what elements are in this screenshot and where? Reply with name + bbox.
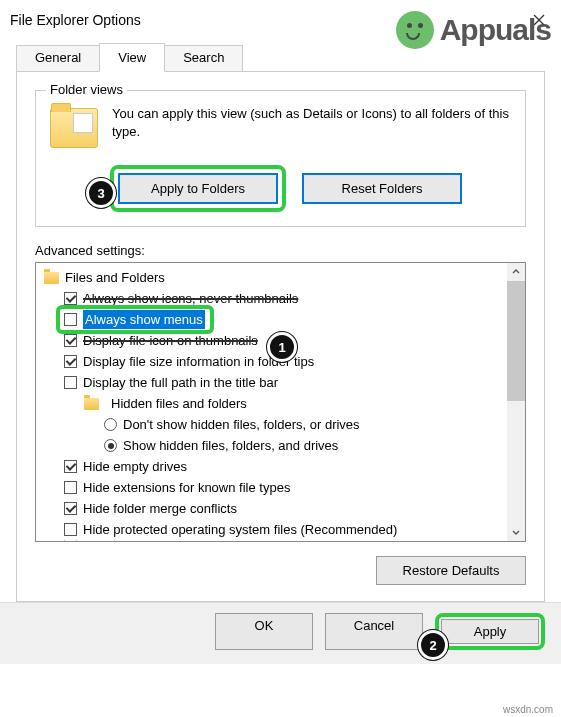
checkbox[interactable]	[64, 460, 77, 473]
tab-label: Search	[183, 50, 224, 65]
checkbox[interactable]	[64, 481, 77, 494]
checkbox[interactable]	[64, 334, 77, 347]
item-label: Always show menus	[83, 310, 205, 329]
tab-general[interactable]: General	[16, 45, 100, 74]
checkbox[interactable]	[64, 540, 77, 541]
annotation-callout-1: 1	[267, 332, 297, 362]
item-label: Launch folder windows in a separate proc…	[83, 540, 343, 541]
advanced-settings-label: Advanced settings:	[35, 243, 526, 258]
restore-defaults-button[interactable]: Restore Defaults	[376, 556, 526, 585]
item-label: Always show icons, never thumbnails	[83, 289, 298, 308]
ok-button[interactable]: OK	[215, 613, 313, 650]
dialog-button-row: OK Cancel Apply	[0, 602, 561, 664]
checkbox[interactable]	[64, 355, 77, 368]
tree-item[interactable]: Hide empty drives	[36, 456, 507, 477]
tree-item[interactable]: Always show icons, never thumbnails	[36, 288, 507, 309]
folder-icon	[44, 272, 59, 284]
checkbox[interactable]	[64, 292, 77, 305]
cancel-button[interactable]: Cancel	[325, 613, 423, 650]
checkbox[interactable]	[64, 376, 77, 389]
close-button[interactable]	[527, 8, 551, 32]
checkbox[interactable]	[64, 523, 77, 536]
button-label: Apply to Folders	[151, 181, 245, 196]
scrollbar[interactable]	[507, 263, 525, 541]
checkbox[interactable]	[64, 502, 77, 515]
item-label: Display file icon on thumbnails	[83, 331, 258, 350]
group-legend: Folder views	[46, 82, 127, 97]
item-label: Hidden files and folders	[111, 394, 247, 413]
titlebar: File Explorer Options	[0, 0, 561, 36]
annotation-highlight: Apply to Folders	[110, 165, 286, 212]
tab-strip: General View Search	[0, 36, 561, 71]
scroll-up-button[interactable]	[507, 263, 525, 281]
file-explorer-options-dialog: File Explorer Options Appuals General Vi…	[0, 0, 561, 717]
item-label: Show hidden files, folders, and drives	[123, 436, 338, 455]
tree-root-label: Files and Folders	[65, 268, 165, 287]
annotation-highlight: Apply	[435, 613, 545, 650]
tab-label: General	[35, 50, 81, 65]
tab-view[interactable]: View	[99, 43, 165, 72]
tree-root: Files and Folders	[36, 267, 507, 288]
radio[interactable]	[104, 418, 117, 431]
close-icon	[533, 14, 545, 26]
chevron-down-icon	[512, 528, 520, 536]
tree-item[interactable]: Hide protected operating system files (R…	[36, 519, 507, 540]
apply-to-folders-button[interactable]: Apply to Folders	[118, 173, 278, 204]
item-label: Hide folder merge conflicts	[83, 499, 237, 518]
tree-folder: Hidden files and folders	[36, 393, 507, 414]
folder-icon	[84, 398, 99, 410]
tree-item[interactable]: Hide extensions for known file types	[36, 477, 507, 498]
radio[interactable]	[104, 439, 117, 452]
scroll-down-button[interactable]	[507, 523, 525, 541]
tree-item[interactable]: Hide folder merge conflicts	[36, 498, 507, 519]
tab-label: View	[118, 50, 146, 65]
tree-item[interactable]: Don't show hidden files, folders, or dri…	[36, 414, 507, 435]
item-label: Hide empty drives	[83, 457, 187, 476]
advanced-settings-listbox: Files and Folders Always show icons, nev…	[35, 262, 526, 542]
button-label: Reset Folders	[342, 181, 423, 196]
button-label: OK	[255, 618, 274, 633]
item-label: Hide protected operating system files (R…	[83, 520, 397, 539]
button-label: Restore Defaults	[403, 563, 500, 578]
item-label: Display the full path in the title bar	[83, 373, 278, 392]
tree-item[interactable]: Always show menus	[36, 309, 507, 330]
checkbox[interactable]	[64, 313, 77, 326]
item-label: Don't show hidden files, folders, or dri…	[123, 415, 360, 434]
source-url: wsxdn.com	[503, 704, 553, 715]
scroll-track[interactable]	[507, 401, 525, 523]
folder-view-icon	[50, 105, 98, 153]
item-label: Hide extensions for known file types	[83, 478, 290, 497]
apply-button[interactable]: Apply	[441, 619, 539, 644]
folder-views-group: Folder views You can apply this view (su…	[35, 90, 526, 227]
tab-search[interactable]: Search	[164, 45, 243, 74]
scroll-thumb[interactable]	[507, 281, 525, 401]
reset-folders-button[interactable]: Reset Folders	[302, 173, 462, 204]
annotation-callout-2: 2	[418, 630, 448, 660]
tree-item[interactable]: Display the full path in the title bar	[36, 372, 507, 393]
folder-views-description: You can apply this view (such as Details…	[112, 105, 511, 153]
tree-item[interactable]: Launch folder windows in a separate proc…	[36, 540, 507, 541]
annotation-callout-3: 3	[86, 178, 116, 208]
button-label: Cancel	[354, 618, 394, 633]
window-title: File Explorer Options	[10, 12, 141, 28]
chevron-up-icon	[512, 268, 520, 276]
tree-item[interactable]: Show hidden files, folders, and drives	[36, 435, 507, 456]
button-label: Apply	[474, 624, 507, 639]
